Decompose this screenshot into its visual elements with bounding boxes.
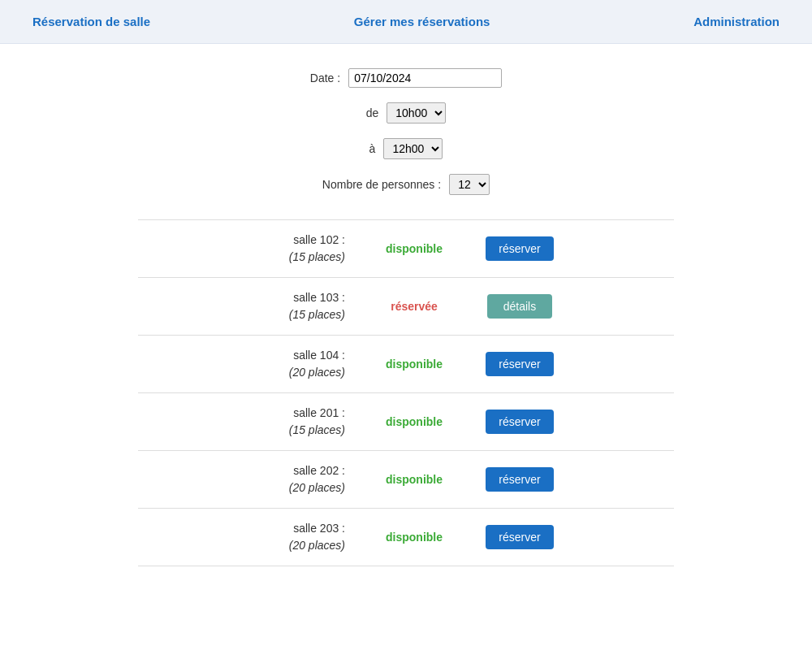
room-row: salle 202 :(20 places)disponibleréserver — [138, 451, 674, 509]
main-content: Date : de 8h00 9h00 10h00 11h00 12h00 13… — [122, 44, 690, 591]
persons-row: Nombre de personnes : 1234 5678 9101112 … — [322, 174, 490, 195]
room-name-salle-202: salle 202 :(20 places) — [256, 462, 345, 496]
room-name-salle-102: salle 102 :(15 places) — [256, 232, 345, 266]
room-name-salle-104: salle 104 :(20 places) — [256, 347, 345, 381]
room-name-salle-203: salle 203 :(20 places) — [256, 520, 345, 554]
room-action-salle-104: réserver — [483, 352, 556, 376]
reserve-button-salle-203[interactable]: réserver — [486, 525, 553, 549]
room-action-salle-103: détails — [483, 294, 556, 319]
reserve-button-salle-202[interactable]: réserver — [486, 467, 553, 492]
room-name-salle-201: salle 201 :(15 places) — [256, 405, 345, 439]
persons-select[interactable]: 1234 5678 9101112 13141516 17181920 — [449, 174, 490, 195]
de-row: de 8h00 9h00 10h00 11h00 12h00 13h00 14h… — [366, 102, 447, 124]
rooms-list: salle 102 :(15 places)disponibleréserver… — [138, 219, 674, 566]
room-row: salle 104 :(20 places)disponibleréserver — [138, 336, 674, 393]
details-button-salle-103[interactable]: détails — [487, 294, 552, 319]
room-row: salle 103 :(15 places)réservéedétails — [138, 278, 674, 336]
to-time-select[interactable]: 8h00 9h00 10h00 11h00 12h00 13h00 14h00 … — [383, 138, 443, 159]
reserve-button-salle-201[interactable]: réserver — [486, 410, 553, 434]
from-time-select[interactable]: 8h00 9h00 10h00 11h00 12h00 13h00 14h00 … — [387, 102, 446, 124]
room-action-salle-203: réserver — [483, 525, 556, 549]
room-action-salle-102: réserver — [483, 236, 556, 261]
room-status-salle-202: disponible — [378, 473, 451, 486]
nav-brand[interactable]: Réservation de salle — [32, 15, 150, 28]
room-action-salle-202: réserver — [483, 467, 556, 492]
room-row: salle 203 :(20 places)disponibleréserver — [138, 509, 674, 566]
nav-manage[interactable]: Gérer mes réservations — [354, 15, 490, 28]
room-status-salle-201: disponible — [378, 415, 451, 428]
navbar: Réservation de salle Gérer mes réservati… — [0, 0, 812, 44]
persons-label: Nombre de personnes : — [322, 178, 441, 191]
date-label: Date : — [310, 72, 340, 85]
a-row: à 8h00 9h00 10h00 11h00 12h00 13h00 14h0… — [369, 138, 443, 159]
room-row: salle 102 :(15 places)disponibleréserver — [138, 219, 674, 278]
room-status-salle-104: disponible — [378, 358, 451, 371]
date-row: Date : — [310, 68, 502, 88]
room-row: salle 201 :(15 places)disponibleréserver — [138, 393, 674, 451]
reserve-button-salle-104[interactable]: réserver — [486, 352, 553, 376]
reserve-button-salle-102[interactable]: réserver — [486, 236, 553, 261]
room-status-salle-203: disponible — [378, 531, 451, 544]
nav-admin[interactable]: Administration — [693, 15, 780, 28]
date-input[interactable] — [348, 68, 502, 88]
search-form: Date : de 8h00 9h00 10h00 11h00 12h00 13… — [138, 68, 674, 195]
a-label: à — [369, 142, 376, 155]
room-action-salle-201: réserver — [483, 410, 556, 434]
de-label: de — [366, 106, 379, 119]
room-name-salle-103: salle 103 :(15 places) — [256, 289, 345, 323]
room-status-salle-102: disponible — [378, 242, 451, 255]
room-status-salle-103: réservée — [378, 300, 451, 313]
